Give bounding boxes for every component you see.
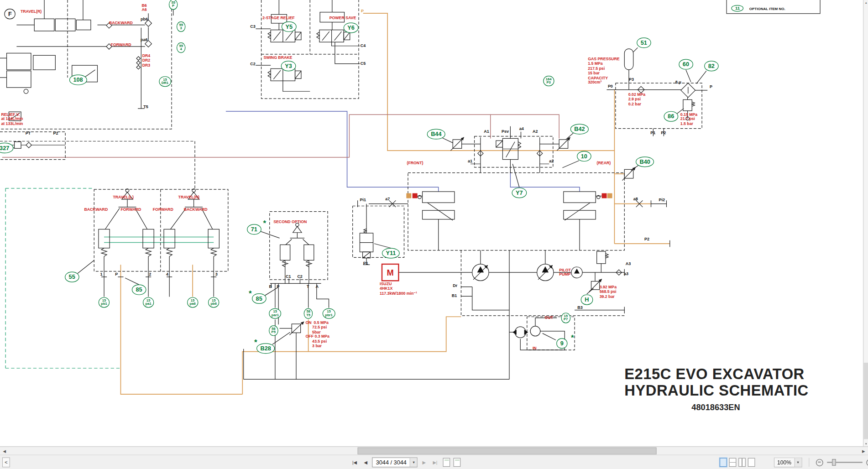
red-note: TRAVEL(R) bbox=[178, 195, 199, 199]
page-number-input[interactable]: 3044 / 3044 ▼ bbox=[372, 458, 418, 468]
prev-page-button[interactable]: ◀ bbox=[361, 458, 371, 468]
legend-box: 11 OPTIONAL ITEM NO. bbox=[726, 0, 820, 14]
port-label: T bbox=[307, 285, 309, 289]
port-label: P1 bbox=[650, 130, 655, 135]
next-view-icon[interactable] bbox=[454, 458, 461, 467]
callout-55-4: 554 bbox=[177, 42, 185, 53]
engine-motor-label: M bbox=[387, 268, 394, 277]
callout-9: 9 bbox=[556, 338, 567, 348]
red-note: SECOND OPTION bbox=[273, 220, 307, 224]
page-dropdown-arrow-icon[interactable]: ▼ bbox=[410, 458, 417, 467]
page-navigation-group: |◀ ◀ 3044 / 3044 ▼ ▶ ▶| bbox=[350, 458, 461, 468]
callout-51: 51 bbox=[637, 37, 651, 47]
zoom-level-value: 100% bbox=[774, 459, 794, 465]
port-label: a8 bbox=[633, 197, 638, 201]
callout-15-pbr1: 15pbr1 bbox=[323, 308, 335, 319]
port-label: 2 bbox=[149, 272, 151, 276]
scroll-up-icon[interactable]: ▲ bbox=[863, 0, 868, 5]
callout-B28: B28 bbox=[256, 343, 275, 353]
callout-15-pa6: 15pa6 bbox=[187, 297, 198, 307]
continuous-view-icon[interactable] bbox=[729, 458, 737, 467]
legend-item-text: OPTIONAL ITEM NO. bbox=[749, 7, 785, 12]
first-page-button[interactable]: |◀ bbox=[350, 458, 360, 468]
red-note: PILOT PUMP bbox=[559, 268, 571, 277]
callout-Y11: Y11 bbox=[382, 248, 400, 258]
port-label: A bbox=[315, 285, 318, 289]
scroll-down-icon[interactable]: ▼ bbox=[863, 441, 868, 446]
port-label: C1 bbox=[286, 275, 291, 279]
zoom-dropdown-arrow-icon[interactable]: ▼ bbox=[794, 458, 801, 467]
zoom-group: 100% ▼ − + bbox=[774, 458, 868, 468]
port-label: P bbox=[277, 285, 280, 289]
horizontal-scrollbar-thumb[interactable] bbox=[358, 448, 657, 455]
single-page-view-icon[interactable] bbox=[720, 458, 727, 467]
status-toolbar: < |◀ ◀ 3044 / 3044 ▼ ▶ ▶| 100% ▼ bbox=[0, 454, 868, 469]
zoom-slider-thumb[interactable] bbox=[832, 459, 836, 466]
callout-15-pb6: 15pb6 bbox=[208, 297, 220, 307]
port-label: P2 bbox=[644, 237, 649, 241]
last-page-button[interactable]: ▶| bbox=[430, 458, 440, 468]
port-label: Psv bbox=[502, 130, 509, 134]
callout-15-pa1: 15pa1 bbox=[143, 297, 154, 307]
zoom-slider[interactable] bbox=[827, 459, 863, 466]
red-note: SWING BRAKE bbox=[263, 55, 292, 60]
callout-Y6: Y6 bbox=[344, 22, 359, 32]
port-label: a4 bbox=[519, 127, 524, 131]
scroll-left-icon[interactable]: ◀ bbox=[0, 448, 9, 455]
callout-Y5: Y5 bbox=[282, 21, 297, 31]
callout-108: 108 bbox=[69, 75, 87, 85]
callout-55-P: 55P bbox=[169, 0, 178, 10]
vertical-scrollbar-thumb[interactable] bbox=[863, 363, 868, 439]
pdf-viewer-window: F32710815DR155355455PY5Y6Y351608286164P3… bbox=[0, 0, 868, 469]
callout-327: 327 bbox=[0, 143, 13, 153]
port-label: Pi2 bbox=[659, 198, 664, 202]
port-label: P2 bbox=[661, 130, 666, 135]
callout-86: 86 bbox=[664, 111, 678, 121]
port-label: P2 bbox=[53, 131, 58, 135]
red-note: BACKWARD bbox=[109, 21, 133, 26]
next-page-button[interactable]: ▶ bbox=[419, 458, 429, 468]
port-label: P bbox=[361, 9, 364, 13]
vertical-scrollbar[interactable]: ▲ ▼ bbox=[863, 0, 868, 446]
red-note: OUT bbox=[545, 316, 553, 320]
port-label: PT bbox=[26, 131, 31, 135]
callout-F: F bbox=[4, 9, 16, 19]
port-label: a2 bbox=[549, 159, 554, 163]
port-label: 3 bbox=[215, 272, 218, 276]
port-label: B1 bbox=[452, 293, 457, 297]
continuous-facing-view-icon[interactable] bbox=[748, 458, 755, 467]
document-canvas: F32710815DR155355455PY5Y6Y351608286164P3… bbox=[0, 0, 868, 446]
previous-view-icon[interactable] bbox=[443, 458, 450, 467]
zoom-level-select[interactable]: 100% ▼ bbox=[774, 458, 802, 468]
viewer-stage: F32710815DR155355455PY5Y6Y351608286164P3… bbox=[0, 0, 868, 469]
port-label: P3 bbox=[629, 78, 634, 82]
red-note: FORWARD bbox=[111, 42, 131, 47]
toolbar-separator bbox=[809, 458, 809, 467]
option-star: * bbox=[571, 334, 574, 342]
callout-71: 71 bbox=[247, 224, 261, 234]
red-note: (FRONT) bbox=[407, 161, 424, 166]
scroll-right-icon[interactable]: ▶ bbox=[859, 448, 868, 455]
port-label: A3 bbox=[626, 262, 631, 266]
port-label: P bbox=[710, 85, 712, 89]
zoom-in-button[interactable]: + bbox=[866, 459, 868, 466]
schematic-title-line2: HYDRAULIC SCHEMATIC bbox=[624, 383, 807, 399]
red-note: 2-STAGE RELIEF bbox=[262, 16, 295, 21]
facing-view-icon[interactable] bbox=[738, 458, 746, 467]
red-note: B6 A6 bbox=[142, 3, 147, 13]
port-label: C3 bbox=[250, 24, 255, 28]
port-label: T5 bbox=[143, 104, 148, 109]
port-label: a7 bbox=[385, 197, 390, 201]
red-note: 0.15 MPa 21.7 psi 1.5 bar bbox=[680, 112, 697, 126]
red-note: FORWARD bbox=[120, 208, 141, 212]
zoom-out-button[interactable]: − bbox=[816, 459, 823, 466]
port-label: A2 bbox=[533, 130, 538, 134]
horizontal-scrollbar[interactable]: ◀ ▶ bbox=[0, 446, 868, 454]
option-star: * bbox=[249, 290, 252, 297]
port-label: B3 bbox=[577, 306, 582, 310]
callout-15-pb1: 15pb1 bbox=[99, 297, 110, 307]
collapse-sidebar-button[interactable]: < bbox=[2, 458, 10, 468]
red-note: TRAVEL(R) bbox=[21, 10, 42, 14]
red-note: RELIEF V. at 144L/min at 133L/min bbox=[1, 112, 23, 126]
red-note: FORWARD bbox=[153, 208, 173, 212]
